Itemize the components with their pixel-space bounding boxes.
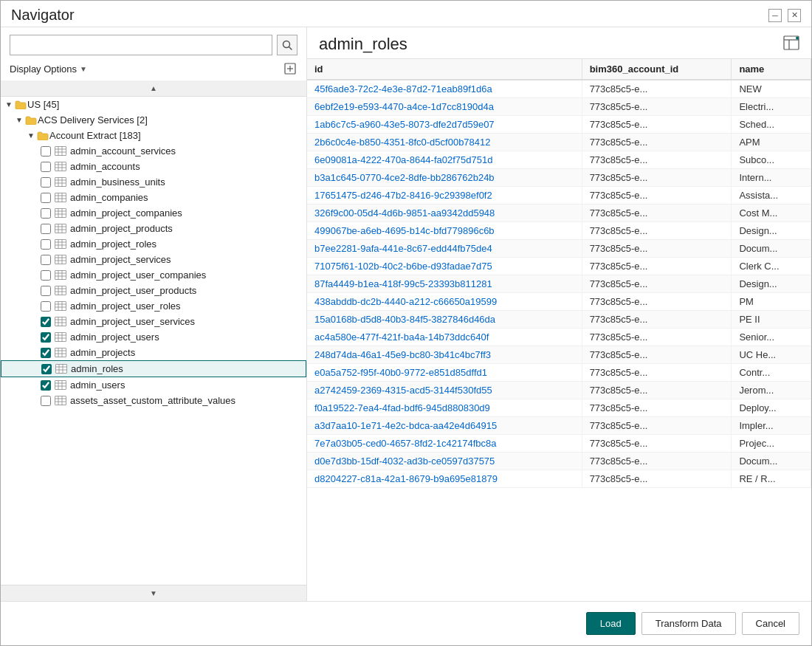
tree-label-acs: ACS Delivery Services [2] <box>38 114 148 126</box>
table-row[interactable]: 2b6c0c4e-b850-4351-8fc0-d5cf00b78412773c… <box>307 134 811 151</box>
checkbox-admin_project_user_companies[interactable] <box>41 270 51 281</box>
table-node-admin_project_companies[interactable]: admin_project_companies <box>1 205 306 221</box>
table-node-assets_asset_custom_attribute_values[interactable]: assets_asset_custom_attribute_values <box>1 393 306 408</box>
folder-icon-ae <box>36 131 49 141</box>
tree-node-account-extract[interactable]: ▼ Account Extract [183] <box>1 128 306 143</box>
display-options-button[interactable]: Display Options ▼ <box>10 63 87 75</box>
table-node-admin_project_users[interactable]: admin_project_users <box>1 329 306 345</box>
cell-name: UC He... <box>732 346 811 364</box>
svg-rect-60 <box>55 317 66 326</box>
table-row[interactable]: 326f9c00-05d4-4d6b-9851-aa9342dd5948773c… <box>307 205 811 222</box>
table-row[interactable]: 7e7a03b05-ced0-4657-8fd2-1c42174fbc8a773… <box>307 435 811 453</box>
scroll-up-arrow[interactable]: ▲ <box>1 80 306 97</box>
table-row[interactable]: b3a1c645-0770-4ce2-8dfe-bb286762b24b773c… <box>307 169 811 187</box>
table-node-admin_business_units[interactable]: admin_business_units <box>1 174 306 190</box>
checkbox-admin_project_companies[interactable] <box>41 208 51 219</box>
table-row[interactable]: b7ee2281-9afa-441e-8c67-edd44fb75de4773c… <box>307 240 811 258</box>
checkbox-admin_project_user_services[interactable] <box>41 317 51 327</box>
checkbox-admin_companies[interactable] <box>41 193 51 203</box>
transform-data-button[interactable]: Transform Data <box>641 612 736 635</box>
data-tbody: 45f6ade3-72c2-4e3e-87d2-71eab89f1d6a773c… <box>307 80 811 488</box>
table-icon-admin_business_units <box>54 177 67 188</box>
cell-name: Subco... <box>732 151 811 169</box>
table-row[interactable]: e0a5a752-f95f-40b0-9772-e851d85dffd1773c… <box>307 364 811 382</box>
table-row[interactable]: 6e09081a-4222-470a-8644-fa02f75d751d773c… <box>307 151 811 169</box>
table-row[interactable]: d8204227-c81a-42a1-8679-b9a695e81879773c… <box>307 470 811 488</box>
table-row[interactable]: a3d7aa10-1e71-4e2c-bdca-aa42e4d64915773c… <box>307 417 811 435</box>
table-row[interactable]: 17651475-d246-47b2-8416-9c29398ef0f2773c… <box>307 187 811 205</box>
preview-icon[interactable] <box>783 35 799 54</box>
table-node-admin_project_user_companies[interactable]: admin_project_user_companies <box>1 267 306 283</box>
collapse-icon-ae[interactable]: ▼ <box>26 131 36 141</box>
cell-name: Assista... <box>732 187 811 205</box>
checkbox-admin_account_services[interactable] <box>41 146 51 157</box>
table-label-admin_project_user_roles: admin_project_user_roles <box>70 300 181 312</box>
table-node-admin_users[interactable]: admin_users <box>1 377 306 393</box>
checkbox-admin_project_user_products[interactable] <box>41 286 51 296</box>
table-label-admin_project_user_companies: admin_project_user_companies <box>70 269 206 281</box>
cell-name: Cost M... <box>732 205 811 222</box>
minimize-button[interactable]: ─ <box>768 9 782 22</box>
checkbox-admin_project_users[interactable] <box>41 332 51 343</box>
close-button[interactable]: ✕ <box>788 9 801 22</box>
table-node-admin_project_user_products[interactable]: admin_project_user_products <box>1 283 306 298</box>
table-row[interactable]: 71075f61-102b-40c2-b6be-d93fadae7d75773c… <box>307 258 811 275</box>
table-row[interactable]: d0e7d3bb-15df-4032-ad3b-ce0597d37575773c… <box>307 453 811 470</box>
table-row[interactable]: 248d74da-46a1-45e9-bc80-3b41c4bc7ff3773c… <box>307 346 811 364</box>
title-bar: Navigator ─ ✕ <box>1 1 811 27</box>
table-node-admin_project_user_services[interactable]: admin_project_user_services <box>1 314 306 329</box>
table-node-admin_project_services[interactable]: admin_project_services <box>1 252 306 267</box>
table-node-admin_roles[interactable]: admin_roles <box>1 360 306 377</box>
checkbox-admin_roles[interactable] <box>41 364 52 374</box>
cancel-button[interactable]: Cancel <box>742 612 799 635</box>
cell-bim360: 773c85c5-e... <box>582 329 732 346</box>
cell-id: 499067be-a6eb-4695-b14c-bfd779896c6b <box>307 222 582 240</box>
search-button[interactable] <box>277 35 297 55</box>
checkbox-admin_projects[interactable] <box>41 348 51 358</box>
table-node-admin_companies[interactable]: admin_companies <box>1 190 306 205</box>
cell-id: 2b6c0c4e-b850-4351-8fc0-d5cf00b78412 <box>307 134 582 151</box>
search-input[interactable] <box>10 35 272 55</box>
table-row[interactable]: 87fa4449-b1ea-418f-99c5-23393b811281773c… <box>307 275 811 293</box>
tree-node-acs[interactable]: ▼ ACS Delivery Services [2] <box>1 112 306 128</box>
checkbox-admin_project_products[interactable] <box>41 224 51 234</box>
cell-name: Electri... <box>732 98 811 116</box>
table-node-admin_project_products[interactable]: admin_project_products <box>1 221 306 236</box>
table-row[interactable]: 6ebf2e19-e593-4470-a4ce-1d7cc8190d4a773c… <box>307 98 811 116</box>
collapse-icon[interactable]: ▼ <box>4 100 14 110</box>
select-all-icon[interactable] <box>283 61 297 76</box>
tree-node-us[interactable]: ▼ US [45] <box>1 97 306 112</box>
table-row[interactable]: 438abddb-dc2b-4440-a212-c66650a19599773c… <box>307 293 811 311</box>
checkbox-admin_project_user_roles[interactable] <box>41 301 51 312</box>
checkbox-admin_project_services[interactable] <box>41 255 51 265</box>
table-row[interactable]: f0a19522-7ea4-4fad-bdf6-945d880830d9773c… <box>307 399 811 417</box>
table-row[interactable]: 45f6ade3-72c2-4e3e-87d2-71eab89f1d6a773c… <box>307 80 811 98</box>
cell-id: b7ee2281-9afa-441e-8c67-edd44fb75de4 <box>307 240 582 258</box>
table-row[interactable]: a2742459-2369-4315-acd5-3144f530fd55773c… <box>307 382 811 399</box>
table-node-admin_project_user_roles[interactable]: admin_project_user_roles <box>1 298 306 314</box>
load-button[interactable]: Load <box>586 612 636 635</box>
checkbox-assets_asset_custom_attribute_values[interactable] <box>41 396 51 406</box>
data-table-container[interactable]: id bim360_account_id name 45f6ade3-72c2-… <box>307 59 811 601</box>
svg-rect-30 <box>55 224 66 233</box>
table-row[interactable]: 499067be-a6eb-4695-b14c-bfd779896c6b773c… <box>307 222 811 240</box>
checkbox-admin_users[interactable] <box>41 380 51 391</box>
cell-id: 7e7a03b05-ced0-4657-8fd2-1c42174fbc8a <box>307 435 582 453</box>
cell-id: d0e7d3bb-15df-4032-ad3b-ce0597d37575 <box>307 453 582 470</box>
cell-bim360: 773c85c5-e... <box>582 240 732 258</box>
table-icon-admin_project_users <box>54 332 67 343</box>
table-node-admin_account_services[interactable]: admin_account_services <box>1 143 306 159</box>
collapse-icon-acs[interactable]: ▼ <box>14 115 24 126</box>
table-node-admin_project_roles[interactable]: admin_project_roles <box>1 236 306 252</box>
table-node-admin_accounts[interactable]: admin_accounts <box>1 159 306 174</box>
table-label-admin_project_user_products: admin_project_user_products <box>70 285 196 296</box>
table-row[interactable]: 15a0168b-d5d8-40b3-84f5-3827846d46da773c… <box>307 311 811 329</box>
table-node-admin_projects[interactable]: admin_projects <box>1 345 306 360</box>
scroll-down-arrow[interactable]: ▼ <box>1 585 306 601</box>
table-row[interactable]: 1ab6c7c5-a960-43e5-8073-dfe2d7d59e07773c… <box>307 116 811 134</box>
tree-container[interactable]: ▼ US [45] ▼ ACS D <box>1 97 306 585</box>
checkbox-admin_business_units[interactable] <box>41 177 51 188</box>
checkbox-admin_accounts[interactable] <box>41 162 51 172</box>
checkbox-admin_project_roles[interactable] <box>41 239 51 250</box>
table-row[interactable]: ac4a580e-477f-421f-ba4a-14b73ddc640f773c… <box>307 329 811 346</box>
